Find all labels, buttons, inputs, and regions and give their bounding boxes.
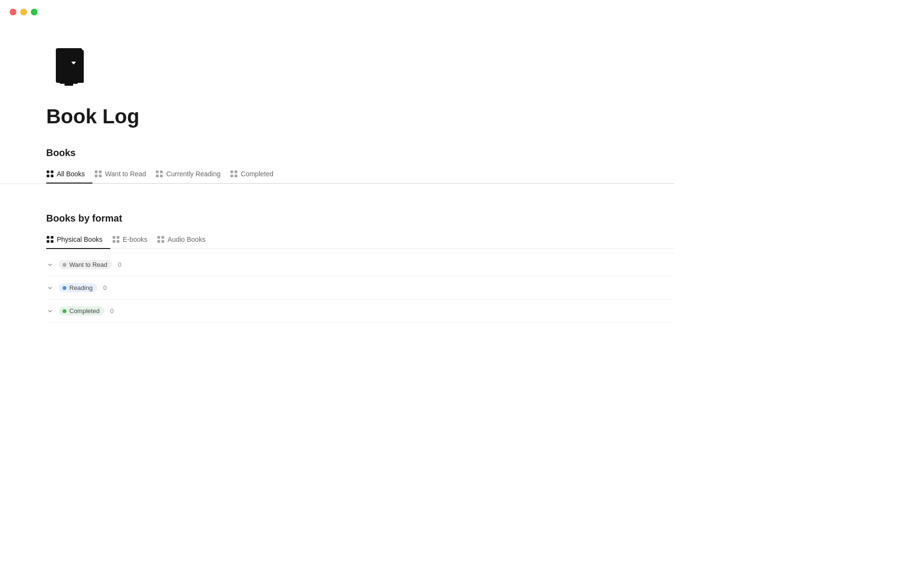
- dot-reading: [63, 286, 66, 290]
- svg-rect-33: [162, 240, 165, 243]
- tab-currently-reading-label: Currently Reading: [166, 170, 220, 178]
- svg-rect-20: [231, 175, 233, 178]
- svg-rect-31: [162, 236, 165, 239]
- svg-rect-32: [157, 240, 160, 243]
- books-section: Books All Books: [46, 147, 674, 184]
- svg-rect-11: [99, 171, 102, 173]
- tab-completed[interactable]: Completed: [228, 166, 281, 184]
- svg-rect-12: [95, 175, 98, 178]
- svg-rect-27: [116, 236, 119, 239]
- books-section-heading: Books: [46, 147, 674, 158]
- chevron-want-to-read-icon: [46, 261, 54, 269]
- count-completed: 0: [110, 307, 114, 315]
- tab-physical-books[interactable]: Physical Books: [46, 232, 110, 249]
- svg-rect-16: [156, 175, 159, 178]
- badge-reading: Reading: [59, 283, 97, 292]
- svg-rect-29: [116, 240, 119, 243]
- page-icon-container: [46, 39, 674, 93]
- group-row-completed[interactable]: Completed 0: [46, 300, 674, 323]
- svg-rect-30: [157, 236, 160, 239]
- count-reading: 0: [103, 284, 106, 291]
- svg-rect-23: [51, 236, 54, 239]
- badge-completed-label: Completed: [69, 307, 100, 315]
- svg-rect-6: [47, 171, 50, 173]
- books-by-format-section: Books by format Physical Books: [46, 213, 674, 323]
- tab-e-books[interactable]: E-books: [110, 232, 155, 249]
- svg-rect-24: [47, 240, 50, 243]
- svg-rect-28: [113, 240, 116, 243]
- badge-completed: Completed: [59, 306, 104, 315]
- grid-icon-physical-books: [46, 236, 54, 243]
- tab-physical-books-label: Physical Books: [57, 236, 103, 243]
- svg-rect-13: [99, 175, 102, 178]
- tab-e-books-label: E-books: [123, 236, 147, 243]
- grid-icon-want-to-read: [94, 170, 102, 178]
- books-tabs: All Books Want to Read: [46, 166, 674, 184]
- svg-rect-17: [160, 175, 163, 178]
- svg-rect-25: [51, 240, 54, 243]
- tab-audio-books[interactable]: Audio Books: [155, 232, 213, 249]
- grid-icon-all-books: [46, 170, 54, 178]
- chevron-reading-icon: [46, 284, 54, 292]
- svg-rect-14: [156, 171, 159, 173]
- svg-rect-10: [95, 171, 98, 173]
- svg-rect-8: [47, 175, 50, 178]
- tab-want-to-read[interactable]: Want to Read: [92, 166, 154, 184]
- svg-rect-7: [51, 171, 54, 173]
- page-title: Book Log: [46, 105, 674, 128]
- tab-currently-reading[interactable]: Currently Reading: [154, 166, 228, 184]
- books-by-format-heading: Books by format: [46, 213, 674, 224]
- badge-reading-label: Reading: [69, 284, 92, 291]
- svg-rect-26: [113, 236, 116, 239]
- dot-completed: [63, 309, 66, 313]
- svg-rect-0: [56, 48, 82, 83]
- group-row-reading[interactable]: Reading 0: [46, 276, 674, 300]
- grid-icon-e-books: [112, 236, 120, 243]
- group-row-want-to-read[interactable]: Want to Read 0: [46, 253, 674, 276]
- badge-want-to-read: Want to Read: [59, 260, 112, 269]
- grid-icon-currently-reading: [155, 170, 163, 178]
- book-log-icon: [46, 39, 99, 92]
- badge-want-to-read-label: Want to Read: [69, 261, 107, 268]
- svg-rect-9: [51, 175, 54, 178]
- grid-icon-completed: [230, 170, 238, 178]
- svg-rect-4: [60, 81, 78, 84]
- svg-rect-1: [79, 50, 84, 83]
- window-controls: [0, 0, 47, 24]
- chevron-completed-icon: [46, 307, 54, 315]
- tab-all-books-label: All Books: [57, 170, 85, 178]
- svg-rect-5: [64, 84, 73, 86]
- svg-rect-18: [231, 171, 233, 173]
- format-tabs: Physical Books E-books: [46, 232, 674, 249]
- count-want-to-read: 0: [118, 261, 121, 268]
- dot-want-to-read: [63, 263, 66, 267]
- svg-rect-2: [71, 48, 76, 62]
- minimize-button[interactable]: [20, 9, 27, 15]
- svg-rect-19: [235, 171, 238, 173]
- tab-completed-label: Completed: [241, 170, 273, 178]
- svg-rect-21: [235, 175, 238, 178]
- section-divider: [0, 184, 674, 184]
- maximize-button[interactable]: [31, 9, 38, 15]
- tab-all-books[interactable]: All Books: [46, 166, 92, 184]
- grid-icon-audio-books: [157, 236, 165, 243]
- main-content: Book Log Books All Books: [0, 0, 674, 361]
- tab-audio-books-label: Audio Books: [167, 236, 205, 243]
- group-rows-container: Want to Read 0 Reading 0: [46, 253, 674, 323]
- svg-rect-22: [47, 236, 50, 239]
- tab-want-to-read-label: Want to Read: [105, 170, 146, 178]
- svg-rect-15: [160, 171, 163, 173]
- close-button[interactable]: [10, 9, 16, 15]
